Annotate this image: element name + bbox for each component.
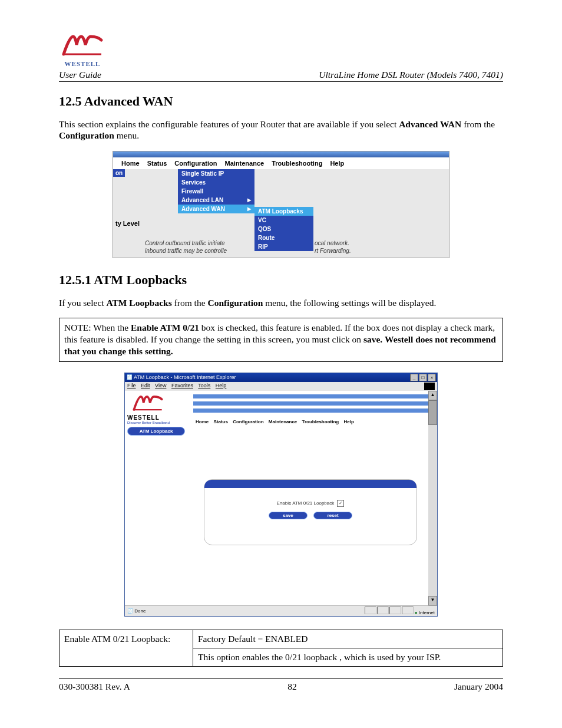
background-text-2: inbound traffic may be controlle	[145, 248, 227, 254]
enable-atm-label: Enable ATM 0/21 Loopback	[277, 500, 335, 506]
westell-logo-icon	[59, 32, 106, 59]
footer-date: January 2004	[454, 681, 503, 692]
screenshot-atm-loopback-window: 🧾 ATM Loopback - Microsoft Internet Expl…	[124, 373, 438, 617]
nav2-home[interactable]: Home	[196, 419, 209, 424]
screenshot-advanced-wan-menu: Home Status Configuration Maintenance Tr…	[113, 151, 449, 258]
menu-item-advanced-lan[interactable]: Advanced LAN▶	[178, 196, 254, 205]
scroll-down-icon[interactable]: ▼	[428, 596, 437, 605]
settings-table: Enable ATM 0/21 Loopback: Factory Defaul…	[59, 630, 503, 667]
menu-item-firewall[interactable]: Firewall	[178, 187, 254, 196]
nav2-help[interactable]: Help	[343, 419, 353, 424]
submenu-vc[interactable]: VC	[254, 216, 313, 225]
router-nav-small: Home Status Configuration Maintenance Tr…	[193, 418, 437, 426]
advanced-wan-submenu: ATM Loopbacks VC QOS Route RIP	[254, 207, 313, 251]
menu-edit[interactable]: Edit	[141, 383, 150, 388]
note-box: NOTE: When the Enable ATM 0/21 box is ch…	[59, 318, 503, 361]
ie-throbber-icon	[424, 383, 435, 390]
ie-page-icon: 🧾	[127, 608, 133, 614]
setting-description: This option enables the 0/21 loopback , …	[193, 648, 503, 666]
status-internet: Internet	[419, 610, 435, 615]
nav-troubleshooting[interactable]: Troubleshooting	[272, 160, 322, 167]
section1-paragraph: This section explains the configurable f…	[59, 118, 503, 141]
nav2-maintenance[interactable]: Maintenance	[269, 419, 297, 424]
menu-tools[interactable]: Tools	[198, 383, 210, 388]
header-stripes	[193, 391, 437, 418]
browser-statusbar: 🧾 Done ● Internet	[125, 605, 437, 616]
table-row: Enable ATM 0/21 Loopback: Factory Defaul…	[59, 630, 503, 648]
reset-button[interactable]: reset	[313, 512, 352, 519]
window-titlebar: 🧾 ATM Loopback - Microsoft Internet Expl…	[125, 373, 437, 382]
brand-tagline: Discover Better Broadband	[127, 421, 191, 424]
browser-menubar: File Edit View Favorites Tools Help	[125, 382, 437, 391]
section-heading-atm-loopbacks: 12.5.1 ATM Loopbacks	[59, 272, 503, 288]
background-text-1: Control outbound traffic initiate	[145, 240, 225, 246]
nav-configuration[interactable]: Configuration	[174, 160, 217, 167]
enable-atm-checkbox[interactable]: ✓	[337, 500, 344, 507]
nav-home[interactable]: Home	[121, 160, 140, 167]
vertical-scrollbar[interactable]: ▲ ▼	[428, 391, 437, 605]
close-button[interactable]: ×	[428, 374, 436, 381]
router-top-nav: Home Status Configuration Maintenance Tr…	[113, 157, 449, 169]
setting-label: Enable ATM 0/21 Loopback:	[59, 630, 193, 666]
nav2-configuration[interactable]: Configuration	[233, 419, 263, 424]
menu-favorites[interactable]: Favorites	[171, 383, 193, 388]
menu-item-single-static-ip[interactable]: Single Static IP	[178, 169, 254, 178]
submenu-atm-loopbacks[interactable]: ATM Loopbacks	[254, 207, 313, 216]
setting-default: Factory Default = ENABLED	[193, 630, 503, 648]
brand-text-small: WESTELL	[127, 414, 191, 421]
section-heading-advanced-wan: 12.5 Advanced WAN	[59, 94, 503, 109]
ty-level-fragment: ty Level	[115, 220, 140, 227]
background-text-4: rt Forwarding.	[315, 248, 351, 254]
router-left-panel: WESTELL Discover Better Broadband ATM Lo…	[125, 391, 193, 605]
save-button[interactable]: save	[269, 512, 308, 519]
submenu-qos[interactable]: QOS	[254, 225, 313, 233]
westell-logo-small-icon	[127, 393, 168, 413]
chevron-right-icon: ▶	[247, 206, 251, 212]
window-title: ATM Loopback - Microsoft Internet Explor…	[134, 374, 236, 380]
ie-icon: 🧾	[126, 374, 133, 380]
internet-zone-icon: ●	[415, 610, 418, 615]
menu-item-services[interactable]: Services	[178, 178, 254, 187]
nav-maintenance[interactable]: Maintenance	[224, 160, 264, 167]
footer-page-number: 82	[287, 681, 297, 692]
section2-paragraph: If you select ATM Loopbacks from the Con…	[59, 297, 503, 308]
menu-view[interactable]: View	[155, 383, 166, 388]
nav-status[interactable]: Status	[147, 160, 167, 167]
status-done: Done	[134, 608, 146, 614]
scroll-thumb[interactable]	[428, 400, 437, 425]
brand-logo: WESTELL	[59, 32, 106, 67]
configuration-dropdown: Single Static IP Services Firewall Advan…	[178, 169, 254, 213]
page-footer: 030-300381 Rev. A 82 January 2004	[59, 681, 503, 692]
left-pill-atm-loopback[interactable]: ATM Loopback	[127, 427, 185, 436]
header-divider	[59, 81, 503, 82]
submenu-rip[interactable]: RIP	[254, 242, 313, 251]
submenu-route[interactable]: Route	[254, 233, 313, 242]
footer-revision: 030-300381 Rev. A	[59, 681, 130, 692]
nav2-status[interactable]: Status	[213, 419, 227, 424]
page-header: WESTELL User Guide UltraLine Home DSL Ro…	[59, 32, 503, 82]
menu-help[interactable]: Help	[216, 383, 227, 388]
background-text-3: ocal network.	[315, 240, 349, 246]
scroll-up-icon[interactable]: ▲	[428, 391, 437, 400]
menu-file[interactable]: File	[127, 383, 136, 388]
nav-help[interactable]: Help	[330, 160, 344, 167]
left-fragment-text: on	[113, 169, 125, 177]
maximize-button[interactable]: □	[419, 374, 427, 381]
menu-item-advanced-wan[interactable]: Advanced WAN▶	[178, 205, 254, 213]
nav2-troubleshooting[interactable]: Troubleshooting	[302, 419, 339, 424]
footer-divider	[59, 678, 503, 679]
minimize-button[interactable]: _	[410, 374, 418, 381]
header-user-guide: User Guide	[59, 70, 101, 80]
chevron-right-icon: ▶	[247, 197, 251, 203]
header-product: UltraLine Home DSL Router (Models 7400, …	[319, 70, 503, 80]
content-panel: Enable ATM 0/21 Loopback ✓ save reset	[204, 479, 417, 545]
brand-name: WESTELL	[65, 60, 101, 67]
